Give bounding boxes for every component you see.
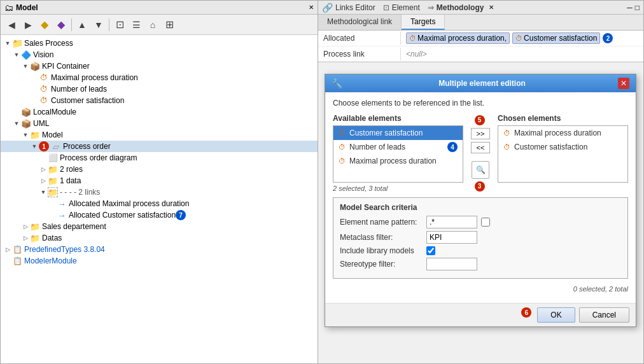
tree-item-maximal[interactable]: ⏱ Maximal process duration bbox=[1, 72, 318, 83]
ok-button[interactable]: OK bbox=[537, 307, 575, 323]
chosen-item-customer[interactable]: ⏱ Customer satisfaction bbox=[498, 140, 627, 154]
dialog-buttons: 6 OK Cancel bbox=[325, 303, 636, 326]
include-library-row: Include library models bbox=[340, 246, 621, 255]
customer-chip-icon: ⏱ bbox=[515, 34, 522, 42]
diamond-purple-button[interactable]: ◆ bbox=[53, 17, 69, 32]
search-icon: 🔍 bbox=[476, 165, 486, 174]
avail-item-maximal[interactable]: ⏱ Maximal process duration bbox=[333, 154, 463, 168]
tree-item-process-order[interactable]: ▼ 1 ▱ Process order bbox=[1, 141, 318, 152]
tree-item-vision[interactable]: ▼ 🔷 Vision bbox=[1, 49, 318, 60]
tree-item-local-module[interactable]: 📦 LocalModule bbox=[1, 106, 318, 118]
diamond-yellow-button[interactable]: ◆ bbox=[37, 17, 52, 32]
tree-item-datas[interactable]: ▷ 📁 Datas bbox=[1, 232, 318, 244]
close-left-icon[interactable]: ✕ bbox=[309, 4, 314, 11]
diagram-icon: ⬜ bbox=[48, 153, 58, 163]
list-button[interactable]: ☰ bbox=[129, 17, 144, 32]
avail-item-num-leads[interactable]: ⏱ Number of leads 4 bbox=[333, 140, 463, 154]
tab-targets[interactable]: Targets bbox=[402, 15, 445, 30]
tree-arrow-datas[interactable]: ▷ bbox=[21, 234, 30, 242]
tree-item-1-data[interactable]: ▷ 📁 1 data bbox=[1, 175, 318, 186]
customer-chip[interactable]: ⏱ Customer satisfaction bbox=[512, 32, 600, 44]
avail-customer-label: Customer satisfaction bbox=[349, 129, 423, 137]
back-button[interactable]: ◀ bbox=[4, 17, 19, 32]
tree-item-2-links[interactable]: ▼ 📁 - - - - 2 links bbox=[1, 186, 318, 198]
dialog-icon: 🔧 bbox=[332, 78, 342, 88]
include-library-checkbox[interactable] bbox=[426, 246, 435, 255]
badge-1: 1 bbox=[39, 141, 49, 151]
metaclass-input[interactable] bbox=[426, 231, 477, 244]
tree-item-alloc-maximal[interactable]: → Allocated Maximal process duration bbox=[1, 198, 318, 209]
element-name-checkbox[interactable] bbox=[481, 218, 490, 227]
maximal-chip-label: Maximal process duration, bbox=[417, 34, 507, 43]
tree-arrow-uml[interactable]: ▼ bbox=[12, 119, 21, 128]
tree-item-kpi-container[interactable]: ▼ 📦 KPI Container bbox=[1, 60, 318, 72]
tree-item-sales-dept[interactable]: ▷ 📁 Sales departement bbox=[1, 221, 318, 232]
alloc-maximal-label: Allocated Maximal process duration bbox=[69, 199, 189, 208]
badge-4: 4 bbox=[447, 142, 458, 152]
search-section-title: Model Search criteria bbox=[340, 203, 621, 212]
local-module-icon: 📦 bbox=[21, 107, 31, 117]
process-link-col2: <null> bbox=[401, 48, 643, 60]
cancel-button[interactable]: Cancel bbox=[579, 307, 629, 323]
tree-toolbar: ◀ ▶ ◆ ◆ ▲ ▼ ⊡ ☰ ⌂ ⊞ bbox=[1, 15, 318, 35]
metaclass-label: Metaclass filter: bbox=[340, 233, 423, 242]
element-tab-label[interactable]: Element bbox=[392, 3, 420, 12]
tree-arrow-predefined[interactable]: ▷ bbox=[3, 245, 12, 254]
minimize-icon[interactable]: ─ bbox=[627, 3, 633, 12]
stereotype-label: Stereotype filter: bbox=[340, 260, 423, 269]
tree-item-alloc-customer[interactable]: → Allocated Customer satisfaction 7 bbox=[1, 209, 318, 221]
tree-item-modeler[interactable]: 📋 ModelerModule bbox=[1, 255, 318, 267]
forward-button[interactable]: ▶ bbox=[20, 17, 36, 32]
grid-button[interactable]: ⊞ bbox=[162, 17, 177, 32]
tree-item-2-roles[interactable]: ▷ 📁 2 roles bbox=[1, 164, 318, 175]
move-up-button[interactable]: ▲ bbox=[74, 17, 90, 32]
links-editor-tab-label[interactable]: Links Editor bbox=[335, 3, 375, 12]
tree-arrow-1data[interactable]: ▷ bbox=[39, 176, 48, 185]
home-button[interactable]: ⌂ bbox=[145, 17, 160, 32]
tab-methodological-link[interactable]: Methodological link bbox=[318, 15, 402, 30]
avail-item-customer[interactable]: ⏱ Customer satisfaction bbox=[333, 126, 463, 140]
tree-arrow-sales[interactable]: ▼ bbox=[3, 39, 12, 48]
dialog-close-button[interactable]: ✕ bbox=[618, 78, 629, 89]
element-name-input[interactable] bbox=[426, 216, 477, 228]
tree-item-uml[interactable]: ▼ 📦 UML bbox=[1, 118, 318, 129]
search-button[interactable]: 🔍 bbox=[472, 161, 489, 179]
search-section: Model Search criteria Element name patte… bbox=[333, 197, 628, 279]
sales-folder-icon: 📁 bbox=[12, 38, 22, 48]
move-down-button[interactable]: ▼ bbox=[91, 17, 106, 32]
tree-item-num-leads[interactable]: ⏱ Number of leads bbox=[1, 83, 318, 95]
tree-item-model[interactable]: ▼ 📁 Model bbox=[1, 129, 318, 141]
tree-item-process-order-diagram[interactable]: ⬜ Process order diagram bbox=[1, 152, 318, 164]
remove-button[interactable]: << bbox=[471, 142, 490, 153]
avail-customer-icon: ⏱ bbox=[337, 128, 347, 138]
tree-item-customer-sat[interactable]: ⏱ Customer satisfaction bbox=[1, 95, 318, 106]
tree-arrow-sales-dept[interactable]: ▷ bbox=[21, 222, 30, 231]
tree-arrow-2roles[interactable]: ▷ bbox=[39, 165, 48, 174]
2-roles-label: 2 roles bbox=[60, 165, 83, 174]
links-folder-icon: 📁 bbox=[48, 187, 58, 197]
right-panel: 🔗 Links Editor ⊡ Element ⇒ Methodology ✕… bbox=[318, 0, 644, 364]
process-order-label: Process order bbox=[63, 142, 111, 151]
stereotype-input[interactable] bbox=[426, 258, 477, 270]
tree-arrow-vision[interactable]: ▼ bbox=[12, 50, 21, 59]
result-count: 0 selected, 2 total bbox=[333, 285, 628, 293]
tree-arrow-model[interactable]: ▼ bbox=[21, 130, 30, 139]
close-methodology-icon[interactable]: ✕ bbox=[489, 4, 494, 11]
page-button[interactable]: ⊡ bbox=[112, 17, 127, 32]
add-button[interactable]: >> bbox=[471, 128, 490, 139]
maximize-icon[interactable]: □ bbox=[635, 3, 640, 12]
avail-maximal-icon: ⏱ bbox=[337, 156, 347, 166]
tree-arrow-kpi[interactable]: ▼ bbox=[21, 62, 30, 71]
tree-arrow-2links[interactable]: ▼ bbox=[39, 188, 48, 197]
tree-arrow-process-order[interactable]: ▼ bbox=[30, 142, 39, 151]
tree-item-sales-process[interactable]: ▼ 📁 Sales Process bbox=[1, 38, 318, 49]
maximal-chip[interactable]: ⏱ Maximal process duration, bbox=[406, 32, 510, 44]
methodology-tab-label[interactable]: Methodology bbox=[437, 3, 484, 12]
dialog-title-label: Multiple element edition bbox=[438, 79, 526, 88]
tree-item-predefined[interactable]: ▷ 📋 PredefinedTypes 3.8.04 bbox=[1, 244, 318, 255]
right-title-bar: 🔗 Links Editor ⊡ Element ⇒ Methodology ✕… bbox=[318, 1, 643, 15]
sales-dept-icon: 📁 bbox=[30, 221, 40, 232]
links-table: Allocated ⏱ Maximal process duration, ⏱ … bbox=[318, 31, 643, 62]
element-name-label: Element name pattern: bbox=[340, 218, 423, 227]
chosen-item-maximal[interactable]: ⏱ Maximal process duration bbox=[498, 126, 627, 140]
